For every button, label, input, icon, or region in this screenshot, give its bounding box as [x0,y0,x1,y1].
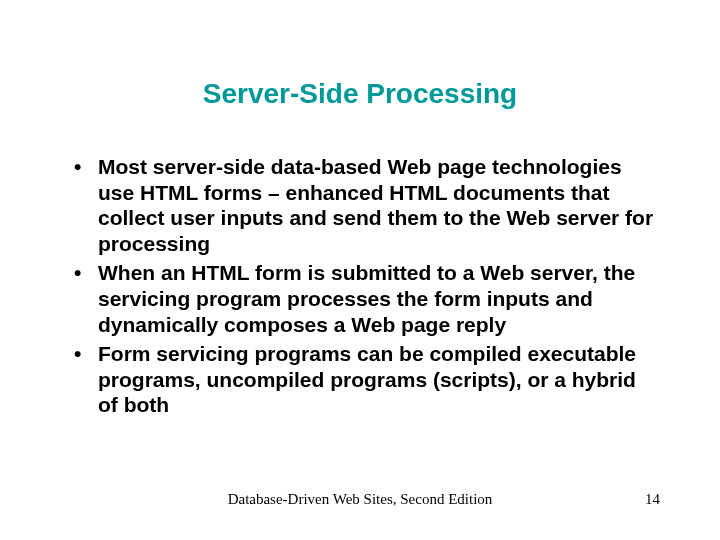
bullet-item: Most server-side data-based Web page tec… [74,154,660,256]
bullet-item: Form servicing programs can be compiled … [74,341,660,418]
bullet-list: Most server-side data-based Web page tec… [60,154,660,418]
bullet-item: When an HTML form is submitted to a Web … [74,260,660,337]
page-number: 14 [620,491,660,508]
slide: Server-Side Processing Most server-side … [0,0,720,540]
slide-title: Server-Side Processing [60,78,660,110]
slide-footer: Database-Driven Web Sites, Second Editio… [0,491,720,508]
footer-text: Database-Driven Web Sites, Second Editio… [100,491,620,508]
